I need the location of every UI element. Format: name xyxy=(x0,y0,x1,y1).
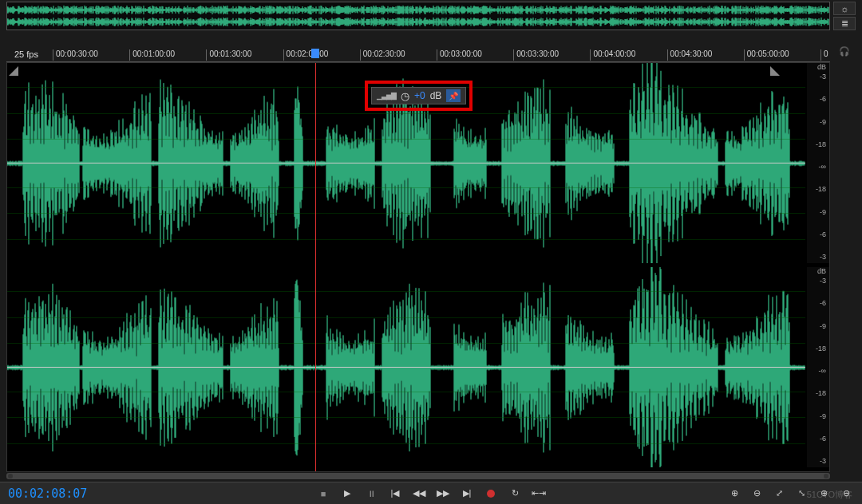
db-mark: -6 xyxy=(820,299,826,307)
watermark-text: 51CTO博客 xyxy=(807,489,852,501)
volume-bars-icon: ▁▃▅▇ xyxy=(377,92,396,100)
db-mark: -9 xyxy=(820,322,826,330)
zoom-full-button[interactable]: ⤢ xyxy=(771,486,787,502)
zoom-in-icon[interactable]: ⊕ xyxy=(726,486,742,502)
record-button[interactable] xyxy=(483,486,499,502)
volume-hud[interactable]: ▁▃▅▇ ◷ +0 dB 📌 xyxy=(371,87,466,104)
loop-button[interactable]: ↻ xyxy=(507,486,523,502)
ruler-tick: 00:03:30:00 xyxy=(513,49,559,61)
rewind-button[interactable]: ◀◀ xyxy=(411,486,427,502)
ruler-tick: 00:02:00:00 xyxy=(283,49,329,61)
timeline-ruler[interactable]: 25 fps 00:00:30:0000:01:00:0000:01:30:00… xyxy=(6,48,830,62)
pin-icon[interactable]: 📌 xyxy=(446,89,461,102)
db-mark: -3 xyxy=(820,73,826,81)
record-icon xyxy=(487,490,495,498)
ruler-tick: 00:04:00:00 xyxy=(590,49,635,61)
ruler-tick: 0 xyxy=(820,49,828,61)
db-scale-right: dB -3-6-9-18-∞-18-9-6-3 xyxy=(807,267,829,467)
hud-db-value[interactable]: +0 xyxy=(414,90,425,101)
pause-button[interactable]: ⏸ xyxy=(363,486,379,502)
db-mark: -18 xyxy=(816,345,826,352)
svg-marker-1 xyxy=(770,66,780,76)
ruler-tick: 00:02:30:00 xyxy=(360,49,405,61)
ruler-tick: 00:03:00:00 xyxy=(437,49,482,61)
waveform-editor[interactable]: dB -3-6-9-18-∞-18-9-6-3 dB -3-6-9-18-∞-1… xyxy=(6,62,830,472)
playhead-marker-icon[interactable] xyxy=(311,49,319,58)
overview-strip[interactable] xyxy=(6,2,830,30)
playhead[interactable] xyxy=(315,63,316,471)
hud-highlight-box: ▁▃▅▇ ◷ +0 dB 📌 xyxy=(365,81,473,111)
next-button[interactable]: ▶| xyxy=(459,486,475,502)
overview-waveform xyxy=(7,2,829,30)
db-mark: -9 xyxy=(820,208,826,216)
svg-marker-0 xyxy=(9,66,18,76)
db-mark: -3 xyxy=(820,277,826,285)
prev-button[interactable]: |◀ xyxy=(387,486,403,502)
db-mark: -6 xyxy=(820,95,826,103)
ruler-tick: 00:04:30:00 xyxy=(667,49,713,61)
ruler-tick: 00:00:30:00 xyxy=(53,49,98,61)
db-mark: -3 xyxy=(820,253,826,261)
fps-label: 25 fps xyxy=(10,48,43,61)
db-mark: -∞ xyxy=(819,367,826,375)
hud-db-unit: dB xyxy=(430,90,442,101)
db-mark: -9 xyxy=(820,118,826,126)
timecode-display[interactable]: 00:02:08:07 xyxy=(8,486,87,501)
zero-line xyxy=(7,163,805,163)
play-button[interactable]: ▶ xyxy=(339,486,355,502)
fade-out-handle[interactable] xyxy=(770,66,780,76)
clock-icon[interactable]: ◷ xyxy=(401,90,409,102)
stop-button[interactable]: ■ xyxy=(315,486,331,502)
headphones-icon[interactable]: 🎧 xyxy=(833,46,856,62)
overview-sun-icon[interactable]: ☼ xyxy=(833,2,856,15)
ruler-tick: 00:01:00:00 xyxy=(129,49,175,61)
db-mark: -6 xyxy=(820,435,826,443)
horizontal-scrollbar[interactable] xyxy=(6,472,830,480)
overview-list-icon[interactable]: ≣ xyxy=(833,17,856,30)
fastforward-button[interactable]: ▶▶ xyxy=(435,486,451,502)
db-mark: -∞ xyxy=(819,163,826,171)
db-mark: -18 xyxy=(816,140,826,148)
ruler-tick: 00:05:00:00 xyxy=(744,49,789,61)
fade-in-handle[interactable] xyxy=(9,66,18,76)
zero-line xyxy=(7,367,805,368)
db-mark: -3 xyxy=(820,457,826,465)
channel-right[interactable] xyxy=(7,267,805,467)
db-mark: -18 xyxy=(816,185,826,193)
db-scale-left: dB -3-6-9-18-∞-18-9-6-3 xyxy=(807,63,829,263)
zoom-out-icon[interactable]: ⊖ xyxy=(749,486,765,502)
ruler-tick: 00:01:30:00 xyxy=(206,49,251,61)
db-mark: -6 xyxy=(820,230,826,238)
skip-silence-button[interactable]: ⇤⇥ xyxy=(531,486,547,502)
transport-bar: 00:02:08:07 ■ ▶ ⏸ |◀ ◀◀ ▶▶ ▶| ↻ ⇤⇥ ⊕ ⊖ ⤢… xyxy=(0,482,862,504)
db-mark: -9 xyxy=(820,412,826,420)
scrollbar-thumb[interactable] xyxy=(6,473,830,479)
db-mark: -18 xyxy=(816,389,826,397)
